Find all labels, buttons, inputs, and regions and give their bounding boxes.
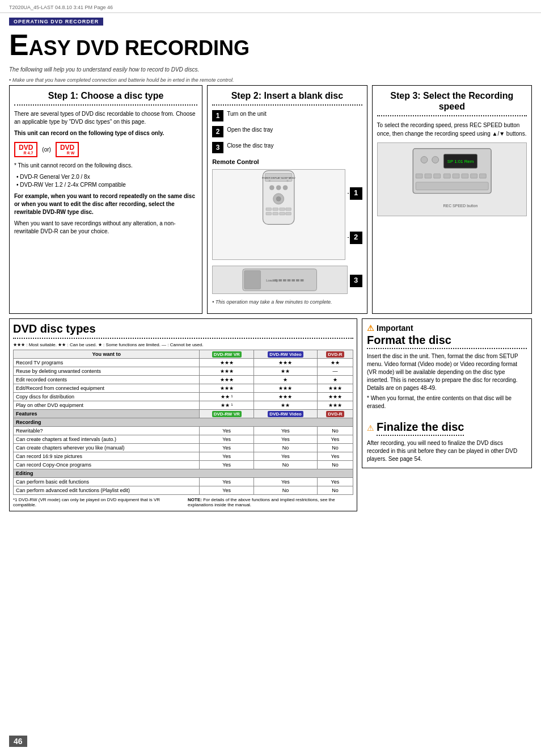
row-label: Copy discs for distribution [14, 393, 200, 401]
section-header-row: Recording [14, 418, 353, 427]
section-label: OPERATING DVD RECORDER [0, 13, 541, 28]
dvd-player-row: Loading 3 [212, 266, 362, 296]
or-text: (or) [42, 146, 51, 154]
recording-header: Recording [14, 418, 353, 427]
step1-text2: This unit can record on the following ty… [14, 130, 164, 136]
warning-icon: ⚠ [367, 324, 374, 333]
row-label: Edit/Record from connected equipment [14, 384, 200, 393]
row-r: — [317, 367, 353, 376]
svg-point-3 [270, 185, 274, 190]
table-row: Play on other DVD equipment ★★ ¹ ★★ ★★★ [14, 401, 353, 410]
step2-title: Step 2: Insert a blank disc [212, 90, 362, 106]
recorder-image: SP 1:01 Rem REC SPEED button [377, 142, 527, 219]
bottom-section: DVD disc types ★★★ : Most suitable. ★★ :… [0, 318, 541, 511]
dvd-logos: DVD R 4.7 (or) DVD R W [14, 142, 197, 157]
step1-box: Step 1: Choose a disc type There are sev… [9, 85, 202, 314]
svg-rect-25 [291, 279, 295, 282]
svg-text:REC SPEED button: REC SPEED button [443, 204, 477, 208]
svg-rect-35 [433, 174, 440, 179]
table-row: Can record Copy-Once programs Yes No No [14, 461, 353, 469]
col-dvd-r: DVD-R [317, 350, 353, 359]
svg-point-4 [276, 185, 281, 190]
disc-types-title: DVD disc types [13, 322, 353, 339]
row-r: Yes [317, 435, 353, 444]
editing-header-row: Editing [14, 469, 353, 478]
subtitle: The following will help you to understan… [0, 64, 541, 77]
row-vr: Yes [200, 452, 253, 461]
row-label: Record TV programs [14, 359, 200, 367]
svg-rect-38 [462, 174, 468, 179]
step3-body: To select the recording speed, press REC… [377, 121, 527, 219]
svg-rect-9 [273, 208, 278, 211]
svg-point-17 [287, 180, 289, 182]
bullet-item-2: DVD-RW Ver 1.2 / 2-4x CPRM compatible [16, 181, 197, 189]
row-label: Can record 16:9 size pictures [14, 452, 200, 461]
row-vid: ★★★ [253, 393, 317, 401]
row-vid: No [253, 444, 317, 452]
remote-label: Remote Control [212, 158, 362, 166]
col-you-want: You want to [14, 350, 200, 359]
warning-icon-2: ⚠ [367, 423, 374, 432]
editing-header: Editing [14, 469, 353, 478]
row-label: Rewritable? [14, 427, 200, 435]
col-dvd-rw-vid-2: DVD-RW Video [253, 410, 317, 418]
row-label: Can record Copy-Once programs [14, 461, 200, 469]
row-vr: Yes [200, 444, 253, 452]
important-label: Important [377, 324, 413, 333]
step2-num-1: 1 [212, 110, 223, 121]
remote-section: POWER DISPLAY SLEEP MENU [212, 169, 362, 262]
step3-title: Step 3: Select the Recording speed [377, 90, 527, 116]
step2-label-1: Turn on the unit [227, 110, 267, 118]
row-r: ★★★ [317, 393, 353, 401]
row-r: No [317, 427, 353, 435]
svg-rect-12 [266, 212, 271, 215]
table-row: Copy discs for distribution ★★ ¹ ★★★ ★★★ [14, 393, 353, 401]
row-vr: ★★ ¹ [200, 393, 253, 401]
right-panel: ⚠ Important Format the disc Insert the d… [362, 318, 532, 511]
col-dvd-rw-vr-2: DVD-RW VR [200, 410, 253, 418]
row-vr: ★★ ¹ [200, 401, 253, 410]
svg-rect-36 [443, 174, 450, 179]
finalize-text: After recording, you will need to finali… [367, 439, 527, 463]
header-file-info: T2020UA_45-LAST 04.8.10 3:41 PM Page 46 [9, 5, 113, 10]
table-row: Can create chapters at fixed intervals (… [14, 435, 353, 444]
dvd-player-image: Loading [212, 266, 347, 296]
step1-body3: For example, when you want to record rep… [14, 192, 197, 216]
row-vid: Yes [253, 478, 317, 486]
row-vid: ★★★ [253, 384, 317, 393]
svg-text:SP 1:01 Rem: SP 1:01 Rem [447, 159, 474, 165]
table-row: Record TV programs ★★★ ★★★ ★★ [14, 359, 353, 367]
svg-rect-41 [416, 182, 488, 190]
row-r: ★★★ [317, 384, 353, 393]
finalize-header: ⚠ Finalize the disc [367, 416, 527, 439]
disc-types-box: DVD disc types ★★★ : Most suitable. ★★ :… [9, 318, 357, 511]
row-vr: Yes [200, 427, 253, 435]
row-vr: ★★★ [200, 384, 253, 393]
step1-text1: There are several types of DVD disc reco… [14, 110, 197, 126]
svg-point-16 [269, 180, 270, 182]
svg-rect-24 [288, 279, 291, 282]
row-vr: ★★★ [200, 376, 253, 384]
step2-item-2: 2 Open the disc tray [212, 126, 362, 137]
row-vid: ★★★ [253, 359, 317, 367]
svg-rect-39 [470, 174, 477, 179]
footer-notes: *1 DVD-RW (VR mode) can only be played o… [13, 497, 353, 507]
svg-point-7 [276, 196, 281, 201]
row-label: Reuse by deleting unwanted contents [14, 367, 200, 376]
notes-row: *1 DVD-RW (VR mode) can only be played o… [13, 497, 353, 507]
important-title: ⚠ Important [367, 324, 527, 333]
row-r: Yes [317, 452, 353, 461]
row-vr: ★★★ [200, 367, 253, 376]
row-label: Edit recorded contents [14, 376, 200, 384]
table-row: Features DVD-RW VR DVD-RW Video DVD-R [14, 410, 353, 418]
row-r: ★★ [317, 359, 353, 367]
step2-num-steps: 1 Turn on the unit 2 Open the disc tray … [212, 110, 362, 153]
step1-body4: When you want to save recordings without… [14, 220, 197, 236]
row-vid: ★★ [253, 401, 317, 410]
svg-rect-8 [266, 208, 271, 211]
svg-rect-37 [453, 174, 459, 179]
row-r: No [317, 444, 353, 452]
dvd-player-svg: Loading [212, 266, 347, 294]
row-vr: ★★★ [200, 359, 253, 367]
svg-rect-19 [244, 270, 261, 289]
